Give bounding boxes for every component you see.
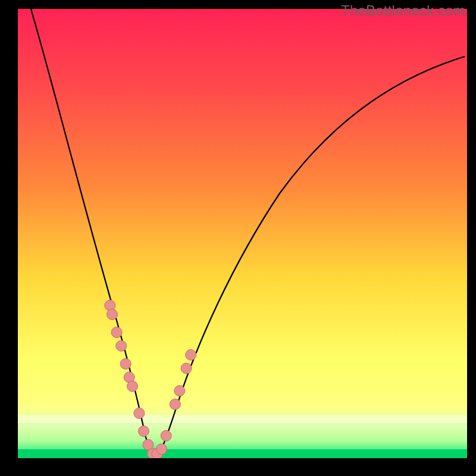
marker-dot xyxy=(134,408,145,419)
marker-dot xyxy=(161,430,171,441)
marker-dot xyxy=(156,444,167,455)
gradient-background xyxy=(18,9,467,458)
chart-frame: TheBottleneck.com xyxy=(0,0,476,476)
marker-dot xyxy=(174,386,185,396)
marker-dot xyxy=(170,399,180,409)
band-green-bottom xyxy=(18,449,467,458)
marker-dot xyxy=(111,327,122,338)
watermark-text: TheBottleneck.com xyxy=(341,2,465,19)
marker-dot xyxy=(181,363,192,374)
marker-dot xyxy=(116,340,127,351)
band-light-2 xyxy=(18,423,467,429)
marker-dot xyxy=(186,349,196,360)
chart-svg xyxy=(18,9,467,458)
marker-dot xyxy=(127,381,138,392)
band-light-1 xyxy=(18,415,467,423)
plot-area xyxy=(18,9,467,458)
marker-dot xyxy=(138,426,149,437)
marker-dot xyxy=(107,309,118,320)
marker-dot xyxy=(120,359,131,369)
